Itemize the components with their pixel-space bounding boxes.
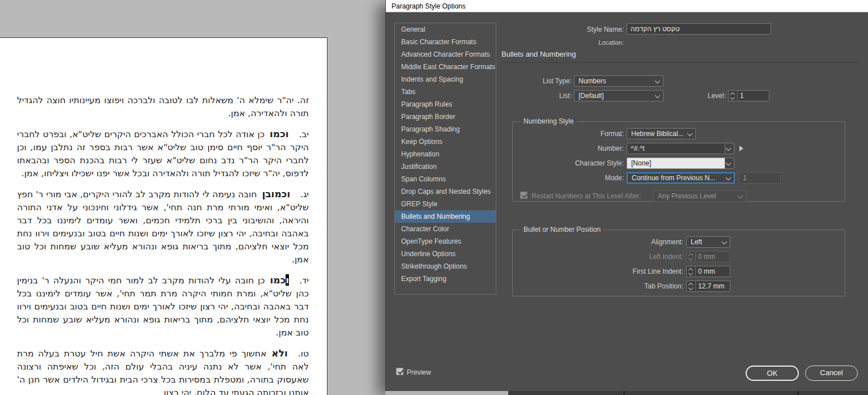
sidebar-item-grep-style[interactable]: GREP Style [395, 198, 496, 210]
dialog-title-bar[interactable]: Paragraph Style Options [386, 0, 868, 12]
hebrew-paragraph: יד.וכמוכן חובה עלי להודות מקרב לב למור ח… [17, 274, 309, 339]
sidebar-item-justification[interactable]: Justification [395, 160, 496, 173]
sidebar-item-export-tagging[interactable]: Export Tagging [395, 273, 496, 285]
document-text-block: זה. יה"ר שימלא ה' משאלות לבו לטובה ולברכ… [17, 94, 309, 395]
sidebar-item-middle-east-character-formats[interactable]: Middle East Character Formats [395, 61, 496, 73]
hebrew-paragraph: יב.וכמוכן אודה לכל חברי הכולל האברכים הי… [17, 128, 309, 180]
restart-level-dropdown: Any Previous Level [653, 190, 746, 202]
chevron-down-icon [726, 175, 731, 181]
sidebar-item-strikethrough-options[interactable]: Strikethrough Options [395, 260, 496, 273]
sidebar-item-character-color[interactable]: Character Color [395, 223, 496, 235]
sidebar-item-indents-and-spacing[interactable]: Indents and Spacing [395, 73, 496, 86]
section-divider [501, 62, 860, 63]
document-page: זה. יה"ר שימלא ה' משאלות לבו לטובה ולברכ… [0, 37, 327, 395]
bullet-position-group-title: Bullet or Number Position [521, 226, 603, 233]
dialog-title: Paragraph Style Options [392, 2, 466, 10]
paragraph-number-marker: יב. [299, 129, 309, 139]
alignment-dropdown[interactable]: Left [686, 236, 730, 248]
paragraph-lead-word: וכמובן [262, 188, 290, 199]
preview-label: Preview [407, 368, 452, 376]
selected-character: ו [286, 274, 289, 286]
first-line-indent-stepper[interactable]: 0 mm [686, 266, 730, 277]
mode-label: Mode: [544, 174, 624, 182]
sidebar-item-hyphenation[interactable]: Hyphenation [395, 148, 496, 160]
paragraph-number-marker: טו. [298, 349, 309, 359]
tab-position-value: 12.7 mm [698, 281, 725, 291]
style-name-input[interactable]: טקסט רץ הקדמה [627, 23, 771, 35]
chevron-down-icon [726, 160, 731, 166]
chevron-down-icon [738, 193, 743, 199]
sidebar-item-underline-options[interactable]: Underline Options [395, 248, 496, 260]
sidebar-item-opentype-features[interactable]: OpenType Features [395, 235, 496, 248]
sidebar-item-paragraph-rules[interactable]: Paragraph Rules [395, 98, 496, 111]
hebrew-paragraph: זה. יה"ר שימלא ה' משאלות לבו לטובה ולברכ… [17, 94, 309, 120]
level-label: Level: [680, 92, 726, 100]
character-style-label: Character Style: [544, 159, 624, 167]
pasteboard-strip [385, 391, 508, 395]
sidebar-item-bullets-and-numbering[interactable]: Bullets and Numbering [395, 210, 496, 223]
cancel-button[interactable]: Cancel [805, 366, 858, 381]
paragraph-number-marker: יג. [300, 189, 309, 199]
hebrew-paragraph: טו.ולאאחשוך פי מלברך את אשתי היקרה אשת ח… [17, 347, 309, 395]
list-label: List: [504, 92, 572, 100]
chevron-down-icon [722, 239, 727, 245]
number-flyout-arrow-icon[interactable] [739, 146, 743, 151]
paragraph-style-options-dialog: Paragraph Style Options GeneralBasic Cha… [385, 0, 868, 391]
alignment-label: Alignment: [581, 238, 683, 246]
numbering-style-group-title: Numbering Style [521, 117, 577, 125]
character-style-dropdown[interactable]: [None] [627, 158, 725, 169]
ok-button[interactable]: OK [746, 366, 799, 381]
format-label: Format: [544, 130, 624, 138]
number-dropdown-button[interactable] [725, 143, 734, 154]
spinner-arrows-icon[interactable] [729, 91, 738, 101]
style-name-label: Style Name: [556, 26, 624, 33]
sidebar-item-span-columns[interactable]: Span Columns [395, 173, 496, 185]
level-value: 1 [740, 91, 744, 101]
level-stepper[interactable]: 1 [728, 90, 769, 101]
mode-dropdown[interactable]: Continue from Previous N... [627, 172, 735, 184]
paragraph-lead-word: ולא [271, 347, 288, 359]
spinner-arrows-icon[interactable] [687, 266, 696, 277]
alignment-value: Left [691, 238, 702, 246]
sidebar-item-tabs[interactable]: Tabs [395, 86, 496, 98]
panel-divider [623, 391, 625, 395]
location-label: Location: [556, 39, 624, 46]
section-title: Bullets and Numbering [501, 50, 576, 58]
sidebar-item-paragraph-shading[interactable]: Paragraph Shading [395, 123, 496, 135]
first-line-indent-value: 0 mm [698, 266, 715, 277]
sidebar-item-drop-caps-and-nested-styles[interactable]: Drop Caps and Nested Styles [395, 185, 496, 198]
character-style-value: [None] [631, 159, 651, 167]
left-indent-stepper: 0 mm [686, 251, 730, 262]
spinner-arrows-icon[interactable] [687, 281, 696, 291]
number-expression-input[interactable]: ^#.^t [627, 143, 725, 154]
paragraph-number-marker: יד. [299, 275, 309, 286]
character-style-dropdown-button[interactable] [725, 158, 734, 169]
restart-numbers-label: Restart Numbers at This Level After: [531, 192, 653, 200]
list-value: [Default] [578, 92, 604, 100]
sidebar-item-general[interactable]: General [395, 23, 496, 36]
sidebar-item-keep-options[interactable]: Keep Options [395, 135, 496, 148]
list-dropdown[interactable]: [Default] [574, 90, 663, 101]
format-value: Hebrew Biblical... [631, 130, 684, 138]
first-line-indent-label: First Line Indent: [581, 267, 683, 275]
style-options-category-list: GeneralBasic Character FormatsAdvanced C… [394, 23, 496, 295]
list-type-dropdown[interactable]: Numbers [574, 75, 663, 87]
tab-position-label: Tab Position: [581, 282, 683, 290]
chevron-down-icon [687, 131, 693, 137]
restart-level-value: Any Previous Level [658, 192, 716, 200]
list-type-label: List Type: [504, 77, 572, 85]
left-indent-value: 0 mm [698, 252, 715, 262]
mode-start-number-field: 1 [739, 172, 781, 184]
application-window: זה. יה"ר שימלא ה' משאלות לבו לטובה ולברכ… [0, 0, 868, 395]
mode-value: Continue from Previous N... [632, 174, 715, 182]
preview-checkbox[interactable] [396, 368, 403, 375]
sidebar-item-advanced-character-formats[interactable]: Advanced Character Formats [395, 48, 496, 61]
chevron-down-icon [655, 93, 661, 99]
sidebar-item-paragraph-border[interactable]: Paragraph Border [395, 111, 496, 123]
restart-numbers-checkbox [520, 192, 527, 199]
panel-divider [797, 391, 799, 395]
tab-position-stepper[interactable]: 12.7 mm [686, 281, 730, 292]
number-label: Number: [544, 145, 624, 152]
sidebar-item-basic-character-formats[interactable]: Basic Character Formats [395, 36, 496, 48]
format-dropdown[interactable]: Hebrew Biblical... [627, 128, 696, 139]
